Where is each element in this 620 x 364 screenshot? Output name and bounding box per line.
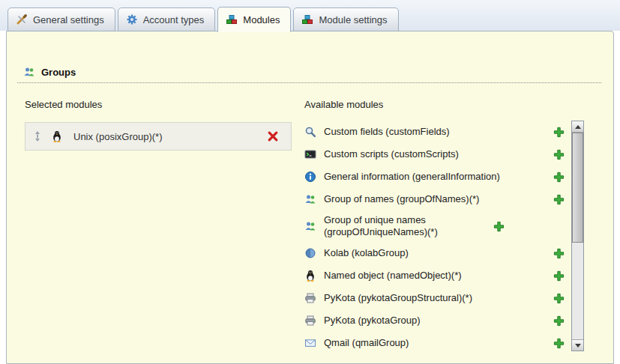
mail-icon [304, 337, 318, 349]
selected-modules-column: Selected modules [25, 99, 292, 151]
section-title: Groups [41, 67, 76, 78]
available-module-row: General information (generalInformation) [304, 166, 571, 188]
available-module-label: Group of unique names (groupOfUniqueName… [324, 214, 493, 239]
selected-modules-heading: Selected modules [25, 99, 292, 110]
available-module-label: Custom scripts (customScripts) [324, 148, 553, 160]
modules-icon [226, 13, 238, 25]
selected-module-label: Unix (posixGroup)(*) [73, 131, 162, 142]
arrow-up-icon [575, 125, 581, 129]
group-icon [304, 193, 318, 205]
drag-handle-icon[interactable] [33, 130, 42, 142]
available-module-row: Custom fields (customFields) [304, 121, 571, 143]
scrollbar[interactable] [571, 121, 584, 351]
selected-module-row[interactable]: Unix (posixGroup)(*) [25, 122, 292, 151]
available-module-row: Group of names (groupOfNames)(*) [304, 188, 571, 210]
available-module-row: Qmail (qmailGroup) [304, 332, 571, 354]
available-module-row: Kolab (kolabGroup) [304, 242, 571, 264]
magnifier-icon [304, 126, 318, 138]
available-module-label: General information (generalInformation) [324, 171, 553, 183]
info-icon [304, 171, 318, 183]
tux-icon [51, 130, 63, 142]
add-module-button[interactable] [553, 337, 565, 350]
printer-icon [304, 292, 318, 304]
add-module-button[interactable] [553, 270, 565, 282]
tab-label: Modules [243, 14, 280, 25]
scroll-down-button[interactable] [572, 339, 583, 351]
kolab-icon [304, 247, 318, 259]
scroll-up-button[interactable] [572, 121, 583, 133]
add-module-button[interactable] [553, 148, 565, 161]
available-module-label: Custom fields (customFields) [324, 126, 553, 138]
terminal-icon [304, 148, 318, 160]
tab-account-types[interactable]: Account types [118, 7, 216, 31]
section-header: Groups [23, 66, 76, 78]
available-module-row: Group of unique names (groupOfUniqueName… [304, 210, 571, 242]
available-modules-column: Available modules Custom fields (customF… [304, 99, 604, 354]
add-module-button[interactable] [553, 193, 565, 206]
tab-label: General settings [33, 14, 104, 25]
available-module-label: Group of names (groupOfNames)(*) [324, 193, 553, 205]
add-module-button[interactable] [493, 220, 505, 233]
available-module-label: PyKota (pykotaGroupStructural)(*) [324, 292, 553, 304]
add-module-button[interactable] [553, 315, 565, 327]
available-module-label: Kolab (kolabGroup) [324, 247, 553, 259]
tab-bar: General settings Account types [7, 7, 399, 31]
available-module-row: PyKota (pykotaGroup) [304, 309, 571, 332]
group-icon [304, 220, 318, 232]
scrollbar-thumb[interactable] [572, 133, 583, 243]
add-module-button[interactable] [553, 126, 565, 139]
printer-icon [304, 315, 318, 327]
add-module-button[interactable] [553, 292, 565, 305]
available-module-row: Custom scripts (customScripts) [304, 143, 571, 166]
tab-modules[interactable]: Modules [217, 7, 291, 32]
available-modules-list: Custom fields (customFields) [304, 121, 571, 354]
tools-icon [16, 13, 28, 25]
remove-module-button[interactable] [266, 130, 279, 143]
gear-icon [126, 13, 138, 25]
available-module-row: PyKota (pykotaGroupStructural)(*) [304, 287, 571, 309]
add-module-button[interactable] [553, 171, 565, 183]
tab-general-settings[interactable]: General settings [7, 7, 115, 31]
modules-panel: Groups Selected modules [6, 31, 614, 364]
add-module-button[interactable] [553, 247, 565, 260]
tab-module-settings[interactable]: Module settings [293, 7, 398, 31]
tux-icon [304, 270, 318, 282]
modules-icon [301, 13, 313, 25]
tab-label: Account types [143, 14, 205, 25]
scrollbar-track[interactable] [572, 133, 583, 339]
tab-label: Module settings [319, 14, 387, 25]
available-module-label: PyKota (pykotaGroup) [324, 315, 553, 327]
arrow-down-icon [575, 344, 581, 348]
available-module-row: Named object (namedObject)(*) [304, 264, 571, 287]
available-module-label: Qmail (qmailGroup) [324, 337, 553, 349]
group-icon [23, 66, 35, 78]
available-modules-heading: Available modules [304, 99, 604, 110]
dotted-separator [17, 82, 601, 83]
available-module-label: Named object (namedObject)(*) [324, 270, 553, 282]
